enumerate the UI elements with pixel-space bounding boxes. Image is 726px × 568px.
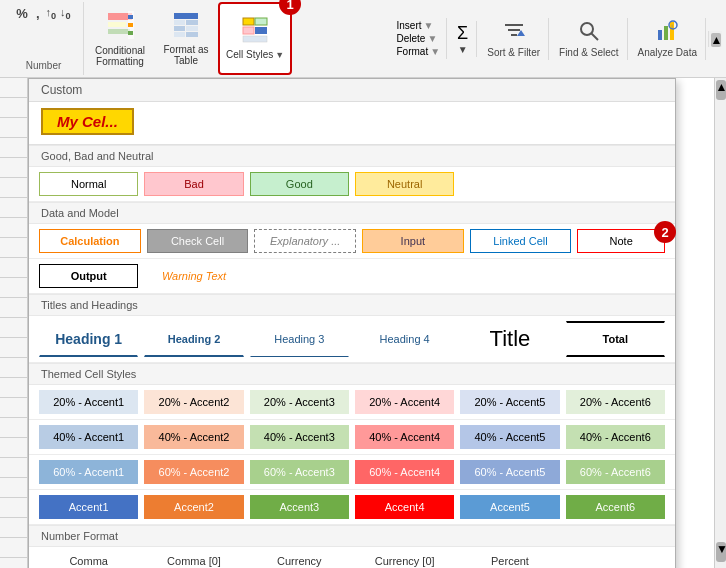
note-style[interactable]: Note — [577, 229, 665, 253]
row-headers — [0, 78, 28, 568]
svg-text:i: i — [672, 23, 673, 29]
accent1-60-style[interactable]: 60% - Accent1 — [39, 460, 138, 484]
delete-btn[interactable]: Delete — [397, 33, 426, 44]
accent2-20-style[interactable]: 20% - Accent2 — [144, 390, 243, 414]
row-17 — [0, 398, 27, 418]
row-19 — [0, 438, 27, 458]
good-bad-neutral-row: Normal Bad Good Neutral — [29, 167, 675, 202]
accent2-style[interactable]: Accent2 — [144, 495, 243, 519]
cell-styles-btn[interactable]: 1 Cell Styles ▼ — [218, 2, 292, 75]
custom-section: My Cel... — [29, 102, 675, 145]
format-btn[interactable]: Format — [397, 46, 429, 57]
calculation-style[interactable]: Calculation — [39, 229, 141, 253]
placeholder6 — [566, 264, 665, 288]
percent-btn[interactable]: % — [16, 6, 28, 21]
accent2-40-style[interactable]: 40% - Accent2 — [144, 425, 243, 449]
svg-rect-8 — [174, 20, 185, 25]
row-24 — [0, 538, 27, 558]
accent3-style[interactable]: Accent3 — [250, 495, 349, 519]
scrollbar-thumb-up[interactable]: ▲ — [716, 80, 726, 100]
currency-format[interactable]: Currency — [250, 552, 349, 568]
sort-filter-label: Sort & Filter — [487, 47, 540, 58]
accent3-60-style[interactable]: 60% - Accent3 — [250, 460, 349, 484]
scrollbar-thumb-down[interactable]: ▼ — [716, 542, 726, 562]
format-as-table-btn[interactable]: Format as Table — [156, 2, 216, 75]
comma-btn[interactable]: , — [36, 6, 40, 21]
accent-20-row: 20% - Accent1 20% - Accent2 20% - Accent… — [29, 385, 675, 420]
accent6-40-style[interactable]: 40% - Accent6 — [566, 425, 665, 449]
cell-styles-dropdown: Custom My Cel... Good, Bad and Neutral N… — [28, 78, 676, 568]
accent4-40-style[interactable]: 40% - Accent4 — [355, 425, 454, 449]
accent1-style[interactable]: Accent1 — [39, 495, 138, 519]
accent-40-row: 40% - Accent1 40% - Accent2 40% - Accent… — [29, 420, 675, 455]
ribbon: % , ↑0 ↓0 Number Conditional Formatting — [0, 0, 726, 78]
explanatory-style[interactable]: Explanatory ... — [254, 229, 356, 253]
svg-rect-1 — [108, 22, 126, 27]
svg-rect-7 — [174, 13, 198, 19]
row-9 — [0, 238, 27, 258]
heading2-style[interactable]: Heading 2 — [144, 321, 243, 357]
conditional-formatting-btn[interactable]: Conditional Formatting — [86, 2, 154, 75]
accent4-60-style[interactable]: 60% - Accent4 — [355, 460, 454, 484]
heading1-style[interactable]: Heading 1 — [39, 321, 138, 357]
svg-rect-18 — [243, 36, 267, 42]
warning-text-style[interactable]: Warning Text — [144, 264, 243, 288]
heading4-style[interactable]: Heading 4 — [355, 321, 454, 357]
check-cell-style[interactable]: Check Cell — [147, 229, 249, 253]
placeholder1 — [460, 172, 559, 196]
row-12 — [0, 298, 27, 318]
accent4-style[interactable]: Accent4 — [355, 495, 454, 519]
heading3-style[interactable]: Heading 3 — [250, 321, 349, 357]
linked-cell-style[interactable]: Linked Cell — [470, 229, 572, 253]
total-style[interactable]: Total — [566, 321, 665, 357]
ribbon-scroll-up[interactable]: ▲ — [711, 33, 721, 47]
panel-scrollbar[interactable]: ▲ ▼ — [714, 78, 726, 568]
find-select-group[interactable]: Find & Select — [551, 18, 627, 60]
row-16 — [0, 378, 27, 398]
normal-style[interactable]: Normal — [39, 172, 138, 196]
accent5-style[interactable]: Accent5 — [460, 495, 559, 519]
decrease-decimal-btn[interactable]: ↓0 — [60, 6, 71, 21]
accent6-60-style[interactable]: 60% - Accent6 — [566, 460, 665, 484]
svg-line-24 — [591, 33, 598, 40]
svg-rect-2 — [108, 29, 130, 34]
increase-decimal-btn[interactable]: ↑0 — [46, 6, 57, 21]
accent5-40-style[interactable]: 40% - Accent5 — [460, 425, 559, 449]
input-style[interactable]: Input — [362, 229, 464, 253]
insert-btn[interactable]: Insert — [397, 20, 422, 31]
accent4-20-style[interactable]: 20% - Accent4 — [355, 390, 454, 414]
accent2-60-style[interactable]: 60% - Accent2 — [144, 460, 243, 484]
custom-cell[interactable]: My Cel... — [41, 108, 134, 135]
accent5-60-style[interactable]: 60% - Accent5 — [460, 460, 559, 484]
currency0-format[interactable]: Currency [0] — [355, 552, 454, 568]
accent3-20-style[interactable]: 20% - Accent3 — [250, 390, 349, 414]
output-style[interactable]: Output — [39, 264, 138, 288]
svg-rect-26 — [664, 26, 668, 40]
accent6-20-style[interactable]: 20% - Accent6 — [566, 390, 665, 414]
accent1-40-style[interactable]: 40% - Accent1 — [39, 425, 138, 449]
comma-format[interactable]: Comma — [39, 552, 138, 568]
autosum-arrow: ▼ — [458, 44, 468, 55]
conditional-formatting-icon — [106, 11, 134, 43]
autosum-group[interactable]: Σ ▼ — [449, 21, 477, 57]
bad-style[interactable]: Bad — [144, 172, 243, 196]
analyze-data-group[interactable]: i Analyze Data — [630, 18, 706, 60]
percent-format[interactable]: Percent — [460, 552, 559, 568]
accent1-20-style[interactable]: 20% - Accent1 — [39, 390, 138, 414]
conditional-formatting-label: Conditional Formatting — [92, 45, 148, 67]
good-style[interactable]: Good — [250, 172, 349, 196]
title-style[interactable]: Title — [460, 321, 559, 357]
comma0-format[interactable]: Comma [0] — [144, 552, 243, 568]
accent3-40-style[interactable]: 40% - Accent3 — [250, 425, 349, 449]
svg-rect-11 — [186, 26, 198, 31]
cell-styles-badge: 1 — [279, 0, 301, 15]
svg-rect-15 — [255, 18, 267, 25]
accent5-20-style[interactable]: 20% - Accent5 — [460, 390, 559, 414]
row-13 — [0, 318, 27, 338]
sort-filter-group[interactable]: Sort & Filter — [479, 18, 549, 60]
neutral-style[interactable]: Neutral — [355, 172, 454, 196]
svg-rect-16 — [243, 27, 254, 34]
accent6-style[interactable]: Accent6 — [566, 495, 665, 519]
autosum-icon: Σ — [457, 23, 468, 44]
custom-header: Custom — [29, 79, 675, 102]
